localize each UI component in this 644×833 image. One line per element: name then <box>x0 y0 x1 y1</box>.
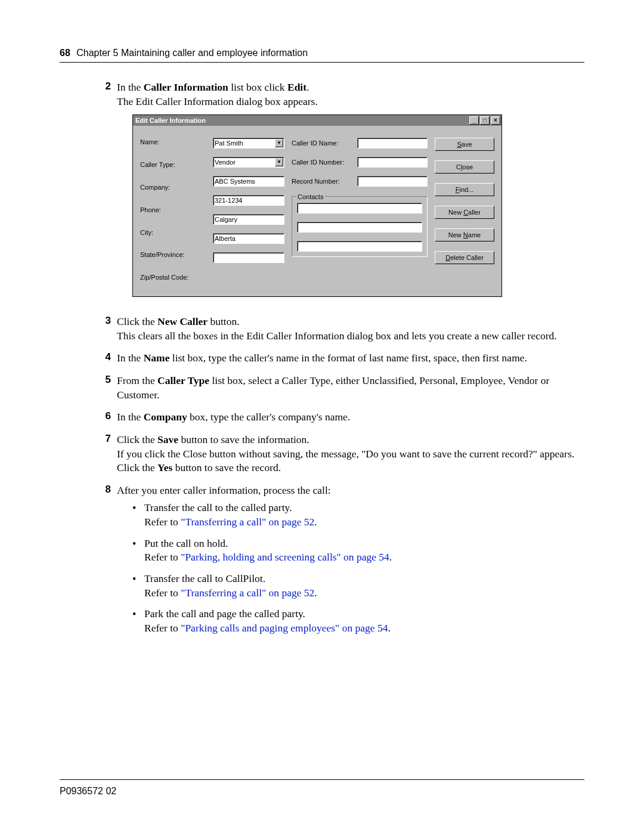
find-button[interactable]: Find... <box>435 183 494 196</box>
page-header: 68 Chapter 5 Maintaining caller and empl… <box>60 48 584 58</box>
zip-label: Zip/Postal Code: <box>140 273 206 282</box>
chapter-title: Chapter 5 Maintaining caller and employe… <box>76 48 308 58</box>
caller-id-name-label: Caller ID Name: <box>292 139 350 148</box>
step-body: In the Name list box, type the caller's … <box>117 351 584 366</box>
edit-caller-dialog: Edit Caller Information _ □ × Name: Call… <box>132 114 502 297</box>
close-button[interactable]: Close <box>435 160 494 174</box>
step-body: From the Caller Type list box, select a … <box>117 374 584 402</box>
step-number: 8 <box>95 484 111 643</box>
step-number: 7 <box>95 433 111 475</box>
bullet-item: Park the call and page the called party.… <box>132 607 584 635</box>
state-label: State/Province: <box>140 250 206 259</box>
delete-caller-button[interactable]: Delete Caller <box>435 251 494 264</box>
caller-type-label: Caller Type: <box>140 160 206 169</box>
contact2-field[interactable] <box>297 222 422 233</box>
dialog-titlebar[interactable]: Edit Caller Information _ □ × <box>133 115 501 126</box>
step-body: In the Company box, type the caller's co… <box>117 410 584 425</box>
record-number-label: Record Number: <box>292 177 350 186</box>
city-field[interactable]: Calgary <box>213 214 284 225</box>
step-number: 4 <box>95 351 111 366</box>
link-parking-paging[interactable]: "Parking calls and paging employees" on … <box>181 622 388 634</box>
zip-field[interactable] <box>213 252 284 263</box>
dialog-title: Edit Caller Information <box>135 116 468 125</box>
contact3-field[interactable] <box>297 241 422 252</box>
name-label: Name: <box>140 138 206 147</box>
caller-id-number-label: Caller ID Number: <box>292 158 350 167</box>
maximize-icon[interactable]: □ <box>480 116 490 125</box>
bullet-item: Put the call on hold. Refer to "Parking,… <box>132 537 584 565</box>
doc-id: P0936572 02 <box>60 786 116 796</box>
bullet-item: Transfer the call to the called party. R… <box>132 501 584 529</box>
caller-type-field[interactable]: Vendor▼ <box>213 157 284 168</box>
new-name-button[interactable]: New Name <box>435 228 494 241</box>
state-field[interactable]: Alberta <box>213 233 284 244</box>
contact1-field[interactable] <box>297 203 422 213</box>
header-rule <box>60 62 584 63</box>
chevron-down-icon[interactable]: ▼ <box>275 139 283 147</box>
caller-id-name-field[interactable] <box>357 138 428 148</box>
close-icon[interactable]: × <box>491 116 500 125</box>
city-label: City: <box>140 228 206 237</box>
new-caller-button[interactable]: New Caller <box>435 206 494 219</box>
link-transferring-call-2[interactable]: "Transferring a call" on page 52 <box>181 587 314 599</box>
step-body: Click the Save button to save the inform… <box>117 433 584 475</box>
step-number: 2 <box>95 80 111 306</box>
step-number: 3 <box>95 315 111 343</box>
minimize-icon[interactable]: _ <box>469 116 479 125</box>
step-number: 6 <box>95 410 111 425</box>
contacts-legend: Contacts <box>296 193 325 202</box>
phone-label: Phone: <box>140 206 206 215</box>
chevron-down-icon[interactable]: ▼ <box>275 158 283 166</box>
company-label: Company: <box>140 183 206 192</box>
bullet-item: Transfer the call to CallPilot. Refer to… <box>132 572 584 600</box>
step-body: After you enter caller information, proc… <box>117 484 584 643</box>
contacts-group: Contacts <box>292 196 428 257</box>
caller-id-number-field[interactable] <box>357 157 428 168</box>
phone-field[interactable]: 321-1234 <box>213 195 284 206</box>
record-number-field[interactable] <box>357 176 428 187</box>
save-button[interactable]: Save <box>435 138 494 151</box>
step-body: In the Caller Information list box click… <box>117 80 584 306</box>
step-body: Click the New Caller button. This clears… <box>117 315 584 343</box>
link-parking-holding[interactable]: "Parking, holding and screening calls" o… <box>181 551 389 563</box>
name-field[interactable]: Pat Smith▼ <box>213 138 284 148</box>
step-number: 5 <box>95 374 111 402</box>
page-number: 68 <box>60 48 70 58</box>
page-footer: P0936572 02 <box>60 779 584 797</box>
company-field[interactable]: ABC Systems <box>213 176 284 187</box>
link-transferring-call[interactable]: "Transferring a call" on page 52 <box>181 516 314 528</box>
